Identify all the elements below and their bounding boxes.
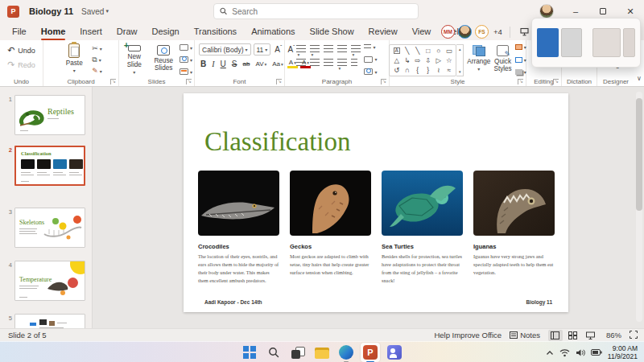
tab-review[interactable]: Review xyxy=(361,23,405,40)
font-size-combo[interactable]: 11 xyxy=(254,43,271,56)
columns-button[interactable] xyxy=(351,59,357,67)
numbering-button[interactable] xyxy=(310,45,320,53)
tab-draw[interactable]: Draw xyxy=(109,23,145,40)
shape-glyph[interactable]: ╲ xyxy=(415,47,419,55)
line-spacing-button[interactable] xyxy=(351,45,361,53)
align-left-button[interactable] xyxy=(296,59,306,67)
format-painter-button[interactable]: ✎ xyxy=(92,67,102,75)
user-avatar[interactable] xyxy=(539,4,554,19)
underline-button[interactable]: U xyxy=(219,60,228,68)
tray-chevron-button[interactable] xyxy=(546,350,554,356)
new-slide-button[interactable]: New Slide ▾ xyxy=(121,43,147,76)
shape-glyph[interactable]: ⇩ xyxy=(425,57,431,64)
shape-glyph[interactable]: □ xyxy=(426,47,430,55)
font-name-combo[interactable]: Calibri (Body) xyxy=(199,43,251,56)
powerpoint-taskbar-button[interactable]: P xyxy=(361,343,380,362)
copy-button[interactable]: ⧉ xyxy=(92,56,102,64)
shape-glyph[interactable]: ↺ xyxy=(394,67,399,74)
tab-transitions[interactable]: Transitions xyxy=(187,23,244,40)
slide-thumbnail-2[interactable]: 2 Classification xyxy=(3,146,90,186)
change-case-button[interactable]: Aa xyxy=(270,60,285,68)
slide-card-geckos[interactable]: Geckos Most geckos are adapted to climb … xyxy=(290,171,371,285)
shape-glyph[interactable]: ≀ xyxy=(437,67,440,74)
editing-dialog-launcher[interactable] xyxy=(553,79,559,84)
tab-animations[interactable]: Animations xyxy=(244,23,302,40)
more-collaborators[interactable]: +4 xyxy=(493,27,502,36)
tab-slide-show[interactable]: Slide Show xyxy=(303,23,361,40)
shape-glyph[interactable]: ↳ xyxy=(404,57,410,64)
notes-toggle[interactable]: Notes xyxy=(510,331,540,339)
shape-glyph[interactable]: { xyxy=(416,67,419,74)
clipboard-dialog-launcher[interactable] xyxy=(110,79,116,84)
thumbnail-card[interactable]: Temperature xyxy=(14,261,85,301)
slide-card-sea-turtles[interactable]: Sea Turtles Besides shells for protectio… xyxy=(382,171,463,285)
saved-status-dropdown[interactable]: Saved ▾ xyxy=(81,7,109,16)
variant-swatch-gray[interactable] xyxy=(561,28,582,57)
slide-layout-button[interactable] xyxy=(180,44,192,51)
italic-button[interactable]: I xyxy=(210,60,216,68)
increase-font-size-button[interactable]: A xyxy=(273,44,283,54)
scrollbar-thumb[interactable] xyxy=(636,98,642,211)
cut-button[interactable]: ✂ xyxy=(92,44,102,52)
thumbnail-card[interactable]: Skeletons xyxy=(14,208,85,248)
decrease-indent-button[interactable] xyxy=(324,45,333,53)
shape-glyph[interactable]: ╲ xyxy=(405,47,409,55)
font-dialog-launcher[interactable] xyxy=(276,79,282,84)
fit-slide-button[interactable] xyxy=(630,331,638,340)
collaborator-badge-fs[interactable]: FS xyxy=(475,25,489,39)
smartart-button[interactable] xyxy=(364,68,377,75)
tab-file[interactable]: File xyxy=(5,23,34,40)
slide-thumbnail-5[interactable]: 5 xyxy=(3,314,90,328)
shape-outline-button[interactable] xyxy=(515,57,526,63)
search-bar[interactable] xyxy=(213,3,419,19)
teams-button[interactable] xyxy=(385,343,404,362)
file-explorer-button[interactable] xyxy=(312,343,332,362)
normal-view-button[interactable] xyxy=(548,330,563,341)
shape-glyph[interactable]: A xyxy=(394,47,400,55)
bullets-button[interactable] xyxy=(296,45,306,53)
reset-slide-button[interactable] xyxy=(180,56,192,63)
battery-button[interactable] xyxy=(591,349,602,356)
slideshow-view-button[interactable] xyxy=(584,330,598,341)
thumbnail-card[interactable] xyxy=(14,314,85,328)
task-view-button[interactable] xyxy=(288,343,308,362)
tab-insert[interactable]: Insert xyxy=(72,23,109,40)
edge-browser-button[interactable] xyxy=(336,343,356,362)
char-strike-button[interactable]: ab xyxy=(241,60,251,68)
shapes-gallery[interactable]: A ╲ ╲ □ ○ ▭ △ ↳ ⇨ ⇩ ▷ ☆ ↺ ∩ { } ≀ xyxy=(389,44,456,76)
taskbar-clock[interactable]: 9:00 AM 11/9/2021 xyxy=(608,344,641,360)
zoom-level[interactable]: 86% xyxy=(606,331,621,339)
search-input[interactable] xyxy=(232,7,412,16)
variant-swatch-beige[interactable] xyxy=(592,28,621,57)
slide-title[interactable]: Classification xyxy=(184,93,568,157)
variant-swatch-blue[interactable] xyxy=(537,28,559,57)
bold-button[interactable]: B xyxy=(199,60,208,68)
slide-thumbnail-3[interactable]: 3 Skeletons xyxy=(3,208,90,248)
arrange-button[interactable]: Arrange ▾ xyxy=(467,43,490,76)
quick-styles-button[interactable]: Quick Styles xyxy=(493,43,511,76)
align-center-button[interactable] xyxy=(310,59,320,67)
tab-design[interactable]: Design xyxy=(144,23,186,40)
style-dialog-launcher[interactable] xyxy=(518,79,523,84)
tab-view[interactable]: View xyxy=(405,23,439,40)
slide-thumbnail-1[interactable]: 1 Reptiles xyxy=(3,95,90,135)
slide-editor[interactable]: Classification Crocodiles xyxy=(184,93,568,312)
paragraph-dialog-launcher[interactable] xyxy=(381,79,386,84)
start-button[interactable] xyxy=(240,343,259,362)
shape-glyph[interactable]: ⇨ xyxy=(415,57,420,64)
tab-home[interactable]: Home xyxy=(34,23,73,40)
volume-button[interactable] xyxy=(576,348,585,357)
shape-glyph[interactable]: ▷ xyxy=(436,57,442,64)
shape-glyph[interactable]: ▭ xyxy=(446,47,452,55)
slide-card-iguanas[interactable]: Iguanas Iguanas have very strong jaws an… xyxy=(473,171,555,285)
thumbnail-card-selected[interactable]: Classification xyxy=(14,146,85,186)
collaborator-badge-mm[interactable]: MM xyxy=(441,25,455,39)
collaborator-avatar[interactable] xyxy=(458,25,472,39)
shape-glyph[interactable]: ∩ xyxy=(405,67,410,74)
variant-swatch-partial[interactable] xyxy=(623,28,635,57)
slide-thumbnail-4[interactable]: 4 Temperature xyxy=(3,261,90,301)
reuse-slides-button[interactable]: Reuse Slides xyxy=(150,43,176,76)
help-improve-office-link[interactable]: Help Improve Office xyxy=(434,331,502,339)
section-button[interactable] xyxy=(180,68,192,75)
shape-glyph[interactable]: △ xyxy=(394,57,400,64)
